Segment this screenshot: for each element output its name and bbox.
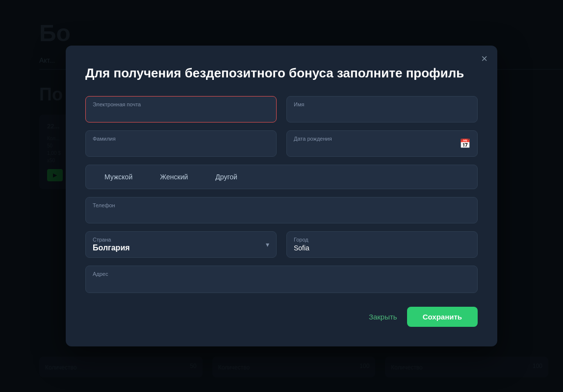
firstname-field-wrap[interactable]: Имя (286, 96, 478, 122)
lastname-group: Фамилия (85, 130, 277, 157)
address-group: Адрес (85, 266, 478, 293)
gender-female-button[interactable]: Женский (146, 169, 202, 185)
gender-selector: Мужской Женский Другой (85, 165, 478, 189)
email-label: Электронная почта (93, 101, 269, 107)
address-field-wrap[interactable]: Адрес (85, 266, 478, 293)
modal: × Для получения бездепозитного бонуса за… (66, 46, 497, 347)
gender-male-button[interactable]: Мужской (91, 169, 146, 185)
firstname-label: Имя (294, 101, 470, 107)
email-field-wrap[interactable]: Электронная почта (85, 96, 277, 122)
birthdate-field-wrap[interactable]: Дата рождения 📅 (286, 130, 478, 157)
city-label: Город (294, 237, 470, 243)
form-row-location: Страна Болгария ▾ Город (85, 231, 478, 258)
gender-other-button[interactable]: Другой (202, 169, 251, 185)
form-row-address: Адрес (85, 266, 478, 293)
lastname-input[interactable] (93, 143, 269, 151)
lastname-label: Фамилия (93, 136, 269, 142)
birthdate-input[interactable] (294, 143, 470, 151)
modal-title: Для получения бездепозитного бонуса запо… (85, 65, 478, 82)
city-input[interactable] (294, 244, 470, 252)
city-group: Город (286, 231, 478, 258)
phone-label: Телефон (93, 202, 470, 208)
firstname-input[interactable] (294, 109, 470, 117)
address-input[interactable] (93, 278, 470, 286)
country-dropdown[interactable]: Страна Болгария ▾ (85, 231, 277, 258)
country-group: Страна Болгария ▾ (85, 231, 277, 258)
modal-footer: Закрыть Сохранить (85, 307, 478, 327)
phone-input[interactable] (93, 210, 470, 218)
cancel-button[interactable]: Закрыть (369, 313, 397, 321)
country-value: Болгария (93, 244, 269, 252)
birthdate-group: Дата рождения 📅 (286, 130, 478, 157)
gender-group: Мужской Женский Другой (85, 165, 478, 189)
country-label: Страна (93, 237, 269, 243)
birthdate-label: Дата рождения (294, 136, 470, 142)
phone-field-wrap[interactable]: Телефон (85, 197, 478, 223)
modal-overlay: × Для получения бездепозитного бонуса за… (0, 0, 563, 392)
city-field-wrap[interactable]: Город (286, 231, 478, 258)
lastname-field-wrap[interactable]: Фамилия (85, 130, 277, 157)
save-button[interactable]: Сохранить (407, 307, 478, 327)
address-label: Адрес (93, 271, 470, 277)
email-group: Электронная почта (85, 96, 277, 122)
form-row-gender: Мужской Женский Другой (85, 165, 478, 189)
form-row-phone: Телефон (85, 197, 478, 223)
phone-group: Телефон (85, 197, 478, 223)
firstname-group: Имя (286, 96, 478, 122)
form-row-2: Фамилия Дата рождения 📅 (85, 130, 478, 157)
form-row-1: Электронная почта Имя (85, 96, 478, 122)
email-input[interactable] (93, 109, 269, 117)
close-button[interactable]: × (481, 53, 487, 64)
